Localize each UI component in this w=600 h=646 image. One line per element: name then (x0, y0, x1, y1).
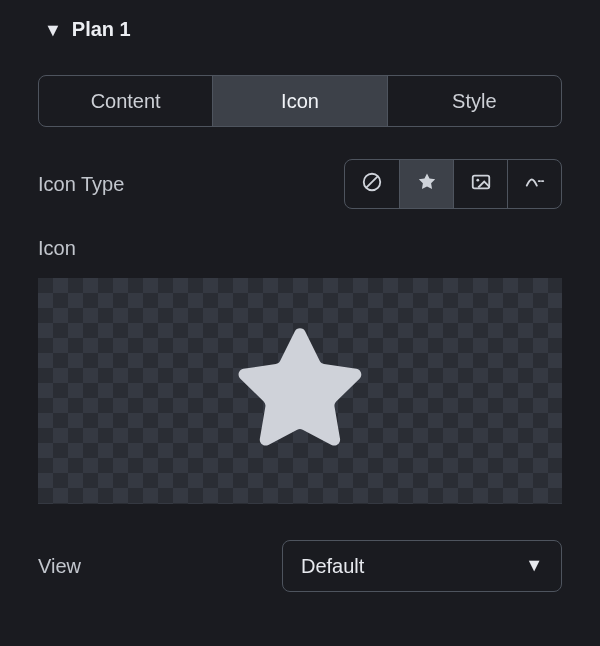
icon-preview-star-icon (226, 315, 374, 467)
tabs: Content Icon Style (38, 75, 562, 127)
star-icon (416, 171, 438, 197)
icon-type-row: Icon Type (38, 159, 562, 209)
image-icon (470, 171, 492, 197)
tab-style[interactable]: Style (387, 76, 561, 126)
tab-content[interactable]: Content (39, 76, 212, 126)
icon-preview[interactable] (38, 278, 562, 504)
view-selected: Default (301, 555, 364, 578)
svg-rect-2 (472, 176, 489, 189)
none-icon (361, 171, 383, 197)
icon-type-star[interactable] (399, 160, 453, 208)
icon-type-label: Icon Type (38, 173, 124, 196)
icon-type-segmented (344, 159, 562, 209)
chevron-down-icon: ▼ (44, 21, 62, 39)
section-header[interactable]: ▼ Plan 1 (20, 18, 580, 41)
view-dropdown[interactable]: Default ▼ (282, 540, 562, 592)
svg-point-3 (476, 179, 479, 182)
view-label: View (38, 555, 81, 578)
icon-type-image[interactable] (453, 160, 507, 208)
tab-icon[interactable]: Icon (212, 76, 386, 126)
svg-line-1 (366, 176, 378, 188)
icon-type-lottie[interactable] (507, 160, 561, 208)
lottie-icon (524, 171, 546, 197)
section-title: Plan 1 (72, 18, 131, 41)
chevron-down-icon: ▼ (525, 555, 543, 576)
view-row: View Default ▼ (38, 540, 562, 592)
icon-label: Icon (38, 237, 562, 260)
icon-type-none[interactable] (345, 160, 399, 208)
